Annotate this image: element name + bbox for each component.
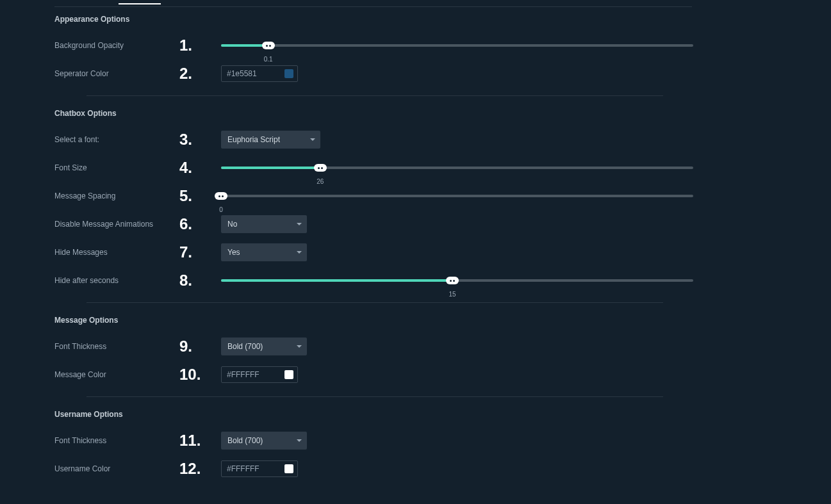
marker-12: 12. bbox=[179, 460, 221, 478]
background-opacity-slider[interactable]: 0.1 bbox=[221, 36, 693, 55]
marker-9: 9. bbox=[179, 337, 221, 355]
background-opacity-label: Background Opacity bbox=[54, 41, 179, 50]
row-select-font: Select a font: 3. Euphoria Script bbox=[54, 126, 693, 154]
select-font-dropdown[interactable]: Euphoria Script bbox=[221, 131, 320, 149]
hide-messages-dropdown[interactable]: Yes bbox=[221, 243, 307, 261]
marker-2: 2. bbox=[179, 65, 221, 83]
username-color-label: Username Color bbox=[54, 464, 179, 473]
slider-value: 15 bbox=[449, 291, 456, 298]
message-color-hex: #FFFFFF bbox=[227, 370, 259, 379]
slider-fill bbox=[221, 167, 320, 169]
row-user-font-thickness: Font Thickness 11. Bold (700) bbox=[54, 427, 693, 455]
disable-animations-dropdown[interactable]: No bbox=[221, 215, 307, 233]
section-username-header: Username Options bbox=[54, 402, 693, 427]
row-disable-animations: Disable Message Animations 6. No bbox=[54, 210, 693, 238]
msg-font-thickness-value: Bold (700) bbox=[227, 342, 263, 351]
user-font-thickness-value: Bold (700) bbox=[227, 436, 263, 445]
username-color-swatch[interactable] bbox=[284, 464, 293, 473]
user-font-thickness-dropdown[interactable]: Bold (700) bbox=[221, 432, 307, 450]
chevron-down-icon bbox=[297, 223, 302, 225]
username-color-hex: #FFFFFF bbox=[227, 464, 259, 473]
separator-color-hex: #1e5581 bbox=[227, 69, 257, 78]
hide-after-slider[interactable]: 15 bbox=[221, 271, 693, 290]
marker-7: 7. bbox=[179, 243, 221, 261]
slider-thumb[interactable] bbox=[314, 164, 327, 172]
marker-10: 10. bbox=[179, 366, 221, 384]
row-font-size: Font Size 4. 26 bbox=[54, 154, 693, 182]
row-separator-color: Seperator Color 2. #1e5581 bbox=[54, 60, 693, 88]
msg-font-thickness-label: Font Thickness bbox=[54, 342, 179, 351]
select-font-label: Select a font: bbox=[54, 135, 179, 144]
section-appearance-header: Appearance Options bbox=[54, 7, 693, 31]
slider-fill bbox=[221, 279, 452, 282]
hide-after-label: Hide after seconds bbox=[54, 276, 179, 285]
row-username-color: Username Color 12. #FFFFFF bbox=[54, 455, 693, 483]
row-message-spacing: Message Spacing 5. 0 bbox=[54, 182, 693, 210]
message-color-label: Message Color bbox=[54, 370, 179, 379]
row-hide-after: Hide after seconds 8. 15 bbox=[54, 266, 693, 295]
username-color-input[interactable]: #FFFFFF bbox=[221, 460, 298, 477]
separator-color-input[interactable]: #1e5581 bbox=[221, 65, 298, 82]
separator-color-swatch[interactable] bbox=[284, 69, 293, 78]
hide-messages-value: Yes bbox=[227, 248, 240, 257]
chevron-down-icon bbox=[297, 345, 302, 348]
marker-4: 4. bbox=[179, 159, 221, 177]
disable-animations-value: No bbox=[227, 220, 237, 229]
slider-thumb[interactable] bbox=[215, 192, 227, 200]
disable-animations-label: Disable Message Animations bbox=[54, 220, 179, 229]
slider-thumb[interactable] bbox=[446, 277, 459, 284]
section-divider bbox=[86, 396, 663, 397]
separator-color-label: Seperator Color bbox=[54, 69, 179, 78]
slider-thumb[interactable] bbox=[262, 42, 275, 49]
message-color-input[interactable]: #FFFFFF bbox=[221, 366, 298, 383]
message-color-swatch[interactable] bbox=[284, 370, 293, 379]
row-msg-font-thickness: Font Thickness 9. Bold (700) bbox=[54, 332, 693, 361]
msg-font-thickness-dropdown[interactable]: Bold (700) bbox=[221, 337, 307, 355]
row-background-opacity: Background Opacity 1. 0.1 bbox=[54, 31, 693, 60]
section-divider bbox=[86, 302, 663, 303]
section-divider bbox=[86, 95, 663, 96]
font-size-label: Font Size bbox=[54, 163, 179, 172]
select-font-value: Euphoria Script bbox=[227, 135, 280, 144]
marker-8: 8. bbox=[179, 272, 221, 289]
marker-11: 11. bbox=[179, 432, 221, 450]
user-font-thickness-label: Font Thickness bbox=[54, 436, 179, 445]
chevron-down-icon bbox=[297, 251, 302, 254]
message-spacing-label: Message Spacing bbox=[54, 191, 179, 200]
row-hide-messages: Hide Messages 7. Yes bbox=[54, 238, 693, 266]
marker-3: 3. bbox=[179, 131, 221, 149]
row-message-color: Message Color 10. #FFFFFF bbox=[54, 361, 693, 389]
hide-messages-label: Hide Messages bbox=[54, 248, 179, 257]
active-tab-underline bbox=[119, 3, 161, 4]
font-size-slider[interactable]: 26 bbox=[221, 158, 693, 177]
chevron-down-icon bbox=[297, 439, 302, 442]
chevron-down-icon bbox=[310, 138, 315, 141]
section-chatbox-header: Chatbox Options bbox=[54, 101, 693, 126]
marker-1: 1. bbox=[179, 37, 221, 54]
marker-6: 6. bbox=[179, 215, 221, 233]
section-message-header: Message Options bbox=[54, 308, 693, 332]
message-spacing-slider[interactable]: 0 bbox=[221, 186, 693, 206]
slider-fill bbox=[221, 44, 268, 47]
